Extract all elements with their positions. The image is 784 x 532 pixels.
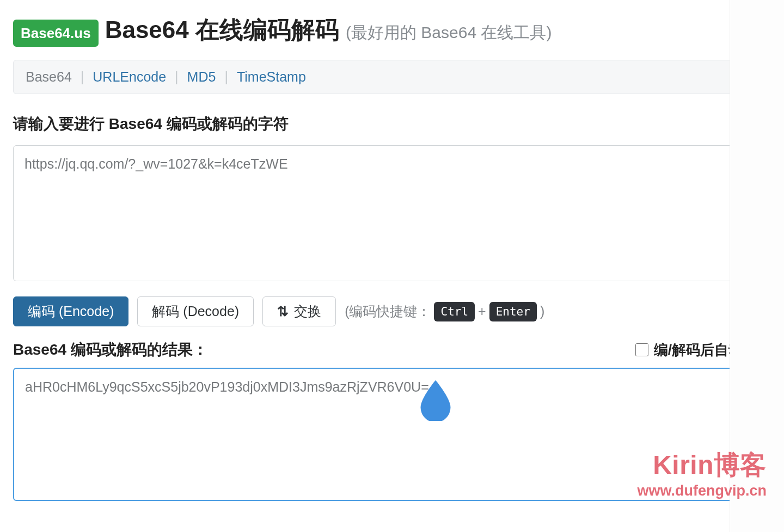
swap-icon: ⇅ bbox=[277, 305, 289, 318]
auto-select-checkbox[interactable] bbox=[635, 343, 648, 356]
output-label: Base64 编码或解码的结果： bbox=[13, 339, 208, 360]
tab-timestamp[interactable]: TimeStamp bbox=[237, 69, 306, 85]
encode-button[interactable]: 编码 (Encode) bbox=[13, 296, 128, 326]
site-badge: Base64.us bbox=[13, 20, 99, 47]
shortcut-key-enter: Enter bbox=[489, 302, 537, 321]
tab-md5[interactable]: MD5 bbox=[187, 69, 216, 85]
sidebar-rail bbox=[730, 0, 784, 532]
page-subtitle: (最好用的 Base64 在线工具) bbox=[346, 22, 552, 44]
output-label-row: Base64 编码或解码的结果： 编/解码后自动全选 bbox=[13, 339, 771, 360]
shortcut-prefix: (编码快捷键： bbox=[345, 302, 431, 320]
action-row: 编码 (Encode) 解码 (Decode) ⇅ 交换 (编码快捷键： Ctr… bbox=[13, 296, 771, 326]
input-label: 请输入要进行 Base64 编码或解码的字符 bbox=[13, 114, 771, 134]
tool-tabs: Base64 | URLEncode | MD5 | TimeStamp bbox=[13, 60, 771, 94]
tab-separator: | bbox=[169, 69, 184, 85]
page-header: Base64.us Base64 在线编码解码 (最好用的 Base64 在线工… bbox=[13, 14, 771, 47]
decode-button[interactable]: 解码 (Decode) bbox=[137, 296, 254, 326]
tab-separator: | bbox=[75, 69, 90, 85]
tab-urlencode[interactable]: URLEncode bbox=[93, 69, 166, 85]
shortcut-hint: (编码快捷键： Ctrl + Enter ) bbox=[345, 302, 544, 321]
swap-button[interactable]: ⇅ 交换 bbox=[262, 296, 336, 326]
tab-separator: | bbox=[219, 69, 234, 85]
tab-base64[interactable]: Base64 bbox=[26, 69, 72, 85]
shortcut-suffix: ) bbox=[540, 304, 544, 319]
input-textarea[interactable] bbox=[13, 145, 771, 281]
output-textarea[interactable] bbox=[13, 368, 771, 501]
page-title: Base64 在线编码解码 bbox=[105, 14, 339, 46]
shortcut-key-ctrl: Ctrl bbox=[434, 302, 475, 321]
swap-button-label: 交换 bbox=[294, 305, 321, 318]
shortcut-plus: + bbox=[478, 304, 486, 319]
water-drop-icon bbox=[414, 378, 457, 421]
